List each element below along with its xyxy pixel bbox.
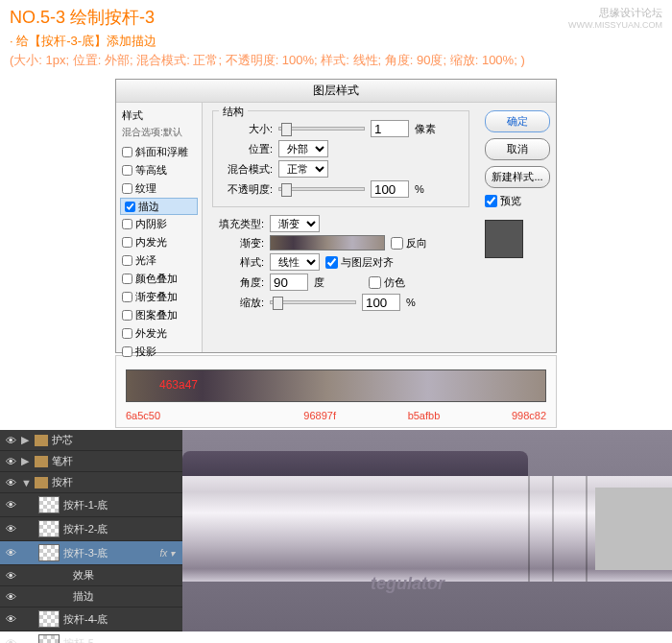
opacity-label: 不透明度: [221,182,273,197]
layer-name: 按杆-1-底 [63,498,108,512]
style-item-内发光[interactable]: 内发光 [120,233,198,251]
layer-name: 按杆-2-底 [63,522,108,536]
fill-type-label: 填充类型: [212,217,264,231]
watermark-url: WWW.MISSYUAN.COM [568,20,662,30]
size-input[interactable] [371,120,409,137]
blend-defaults[interactable]: 混合选项:默认 [120,125,198,143]
style-item-等高线[interactable]: 等高线 [120,161,198,179]
visibility-icon[interactable]: 👁 [4,523,17,535]
style-list: 样式 混合选项:默认 斜面和浮雕等高线纹理描边内阴影内发光光泽颜色叠加渐变叠加图… [116,103,203,352]
visibility-icon[interactable]: 👁 [4,591,17,603]
struct-legend: 结构 [219,105,248,119]
visibility-icon[interactable]: 👁 [4,499,17,511]
opacity-input[interactable] [371,180,409,198]
disclosure-icon[interactable]: ▼ [21,477,31,488]
style-item-图案叠加[interactable]: 图案叠加 [120,306,198,324]
scale-input[interactable] [362,294,400,311]
size-label: 大小: [221,122,273,136]
folder-icon [35,456,48,467]
render-text: tegulator [371,574,444,594]
page-title: NO.5-3 绘制按杆-3 [10,6,662,29]
visibility-icon[interactable]: 👁 [4,637,17,643]
style-item-斜面和浮雕[interactable]: 斜面和浮雕 [120,143,198,161]
style-item-描边[interactable]: 描边 [120,198,198,215]
visibility-icon[interactable]: 👁 [4,570,17,582]
gradient-picker[interactable] [270,235,385,250]
align-checkbox[interactable]: 与图层对齐 [325,255,394,270]
scale-unit: % [406,297,416,308]
layer-name: 笔杆 [52,454,73,468]
layer-thumb [38,634,60,643]
reverse-checkbox[interactable]: 反向 [391,236,427,250]
new-style-button[interactable]: 新建样式... [485,166,550,188]
layer-row[interactable]: 👁按杆-5 [0,631,182,643]
layer-name: 按杆 [52,475,73,489]
angle-label: 角度: [212,275,264,290]
style-item-光泽[interactable]: 光泽 [120,251,198,270]
visibility-icon[interactable]: 👁 [4,435,17,446]
page-subtitle: · 给【按杆-3-底】添加描边 [10,33,662,50]
size-slider[interactable] [278,127,365,131]
size-unit: 像素 [415,122,436,136]
style-item-外发光[interactable]: 外发光 [120,324,198,343]
layers-panel: 👁▶护芯👁▶笔杆👁▼按杆👁按杆-1-底👁按杆-2-底👁按杆-3-底fx ▾👁效果… [0,430,182,631]
gradient-bar[interactable]: 463a47 [126,369,546,402]
gradient-stop-label: 463a47 [159,378,198,392]
visibility-icon[interactable]: 👁 [4,477,17,488]
layer-name: 按杆-4-底 [63,612,108,627]
style-item-颜色叠加[interactable]: 颜色叠加 [120,270,198,288]
layer-row[interactable]: 👁▶笔杆 [0,451,182,472]
style-item-渐变叠加[interactable]: 渐变叠加 [120,288,198,306]
style-item-投影[interactable]: 投影 [120,343,198,361]
dither-checkbox[interactable]: 仿色 [369,275,405,290]
visibility-icon[interactable]: 👁 [4,547,17,559]
preview-checkbox[interactable]: 预览 [485,194,550,208]
blend-select[interactable]: 正常 [278,160,328,178]
style-item-纹理[interactable]: 纹理 [120,179,198,198]
layer-row[interactable]: 👁按杆-1-底 [0,493,182,517]
visibility-icon[interactable]: 👁 [4,456,17,467]
style-item-内阴影[interactable]: 内阴影 [120,215,198,233]
gradient-stop: 6a5c50 [126,410,160,421]
cancel-button[interactable]: 取消 [485,138,550,160]
layer-thumb [38,544,60,561]
layer-row[interactable]: 👁按杆-2-底 [0,517,182,541]
ok-button[interactable]: 确定 [485,110,550,132]
layer-row[interactable]: 👁▼按杆 [0,472,182,493]
gradient-preview-panel: 463a47 6a5c5096897fb5afbb998c82 [115,355,557,428]
opacity-slider[interactable] [278,187,365,191]
opacity-unit: % [415,183,424,195]
scale-slider[interactable] [270,300,356,304]
layer-name: 效果 [73,568,94,583]
layer-name: 按杆-3-底 [63,546,108,560]
scale-label: 缩放: [212,296,264,310]
grad-style-select[interactable]: 线性 [270,253,320,271]
layer-name: 按杆-5 [63,636,94,644]
layer-row[interactable]: 👁▶护芯 [0,430,182,451]
stroke-panel: 结构 大小: 像素 位置: 外部 混合模式: 正常 不透明度: [203,103,479,352]
fill-type-select[interactable]: 渐变 [270,215,320,232]
gradient-stop: 998c82 [512,410,546,421]
gradient-stop: b5afbb [408,410,441,421]
disclosure-icon[interactable]: ▶ [21,455,31,467]
disclosure-icon[interactable]: ▶ [21,434,31,446]
layer-thumb [38,496,60,513]
layer-row[interactable]: 👁效果 [0,565,182,586]
layer-row[interactable]: 👁描边 [0,586,182,607]
position-select[interactable]: 外部 [278,140,328,157]
fx-badge[interactable]: fx ▾ [159,548,179,559]
grad-style-label: 样式: [212,255,264,270]
layer-row[interactable]: 👁按杆-4-底 [0,607,182,631]
canvas-preview: tegulator [182,430,672,631]
page-params: (大小: 1px; 位置: 外部; 混合模式: 正常; 不透明度: 100%; … [10,52,662,69]
visibility-icon[interactable]: 👁 [4,613,17,625]
position-label: 位置: [221,142,273,156]
preview-swatch [485,220,523,258]
folder-icon [35,477,48,488]
layer-row[interactable]: 👁按杆-3-底fx ▾ [0,541,182,565]
layer-style-dialog: 图层样式 样式 混合选项:默认 斜面和浮雕等高线纹理描边内阴影内发光光泽颜色叠加… [115,79,557,353]
layer-thumb [38,610,60,628]
gradient-label: 渐变: [212,236,264,250]
angle-input[interactable] [270,274,308,291]
blend-label: 混合模式: [221,162,273,177]
